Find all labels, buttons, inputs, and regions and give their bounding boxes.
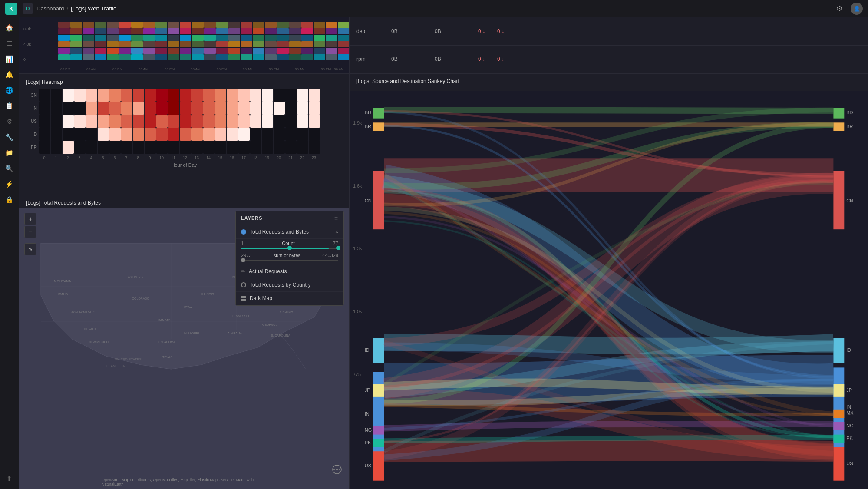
- sidebar-item-arrow[interactable]: ⬆: [3, 472, 17, 486]
- edit-layers-button[interactable]: ✎: [24, 243, 36, 255]
- heatmap-cell: [250, 128, 261, 141]
- layer-actual-requests[interactable]: ✏ Actual Requests: [236, 265, 343, 278]
- svg-rect-126: [83, 54, 94, 60]
- svg-rect-137: [216, 54, 228, 60]
- sidebar-item-tools[interactable]: 🔧: [3, 130, 17, 144]
- svg-rect-229: [833, 171, 844, 229]
- sidebar-item-search[interactable]: 🔍: [3, 162, 17, 175]
- map-compass[interactable]: [332, 464, 342, 476]
- heatmap-cell: [98, 128, 109, 141]
- sankey-visualization: 1.9k 1.6k 1.3k 1.0k 775 BD BR CN: [350, 91, 868, 489]
- svg-rect-93: [265, 41, 277, 47]
- svg-rect-34: [131, 28, 143, 34]
- svg-text:08 PM: 08 PM: [112, 67, 122, 71]
- svg-rect-113: [216, 48, 228, 54]
- count-bar-thumb-right[interactable]: [336, 246, 340, 250]
- heatmap-cell: [309, 89, 320, 102]
- svg-text:1.0k: 1.0k: [353, 309, 362, 314]
- sidebar-item-lock[interactable]: 🔒: [3, 193, 17, 207]
- svg-rect-64: [204, 35, 216, 41]
- sidebar-item-list[interactable]: 📋: [3, 99, 17, 113]
- svg-rect-24: [301, 22, 313, 28]
- svg-rect-127: [95, 54, 106, 60]
- heatmap-cell: [39, 89, 50, 102]
- heatmap-cell: [297, 89, 308, 102]
- app-logo[interactable]: K: [5, 3, 17, 15]
- svg-rect-121: [314, 48, 325, 54]
- svg-rect-88: [204, 41, 216, 47]
- sidebar-item-folder[interactable]: 📁: [3, 146, 17, 160]
- layer-dark-map[interactable]: Dark Map: [236, 292, 343, 305]
- svg-text:TEXAS: TEXAS: [162, 356, 172, 359]
- stats-table: deb 0B 0B 0 ↓ 0 ↓ rpm 0B 0B 0 ↓ 0 ↓: [349, 17, 868, 74]
- svg-rect-37: [168, 28, 179, 34]
- sidebar-item-chart[interactable]: 📊: [3, 52, 17, 66]
- zoom-out-button[interactable]: −: [24, 226, 36, 238]
- breadcrumb-home[interactable]: Dashboard: [36, 5, 64, 12]
- heatmap-cell: [39, 102, 50, 115]
- heatmap-axis-tick: 16: [226, 155, 238, 160]
- bytes-bar-track[interactable]: [241, 260, 338, 261]
- svg-rect-66: [228, 35, 240, 41]
- zoom-in-button[interactable]: +: [24, 213, 36, 225]
- heatmap-row: US: [26, 115, 342, 128]
- svg-rect-6: [83, 22, 94, 28]
- svg-rect-104: [107, 48, 119, 54]
- svg-text:WYOMING: WYOMING: [128, 275, 143, 278]
- svg-rect-18: [228, 22, 240, 28]
- sidebar-item-home[interactable]: 🏠: [3, 21, 17, 35]
- heatmap-title: [Logs] Heatmap: [26, 79, 342, 85]
- svg-rect-23: [289, 22, 301, 28]
- svg-text:NG: NG: [365, 427, 372, 433]
- dashboard-icon-box[interactable]: D: [23, 3, 33, 14]
- svg-rect-130: [131, 54, 143, 60]
- sidebar: 🏠 ☰ 📊 🔔 🌐 📋 ⚙ 🔧 📁 🔍 ⚡ 🔒 ⬆: [0, 17, 19, 489]
- count-bar-track[interactable]: [241, 248, 338, 249]
- svg-text:08 PM: 08 PM: [269, 67, 279, 71]
- heatmap-cell: [51, 141, 62, 154]
- heatmap-axis-tick: 2: [62, 155, 73, 160]
- count-bar-thumb[interactable]: [287, 246, 292, 250]
- svg-rect-85: [168, 41, 179, 47]
- map-title: [Logs] Total Requests and Bytes: [19, 195, 108, 208]
- svg-rect-91: [241, 41, 252, 47]
- svg-text:CN: CN: [365, 198, 372, 203]
- map-section: [Logs] Total Requests and Bytes: [19, 195, 349, 489]
- sidebar-item-menu[interactable]: ☰: [3, 36, 17, 50]
- svg-rect-72: [301, 35, 313, 41]
- stats-row-deb: deb 0B 0B 0 ↓ 0 ↓: [350, 17, 868, 46]
- heatmap-cell: [86, 128, 97, 141]
- bytes-bar-thumb[interactable]: [241, 258, 245, 262]
- layer-total-by-country[interactable]: Total Requests by Country: [236, 278, 343, 292]
- sidebar-item-gear[interactable]: ⚙: [3, 115, 17, 129]
- svg-text:TENNESSEE: TENNESSEE: [232, 314, 251, 317]
- sidebar-item-alerts[interactable]: 🔔: [3, 68, 17, 82]
- layer-close-btn[interactable]: ×: [335, 229, 338, 235]
- svg-rect-147: [338, 54, 349, 60]
- heatmap-row-label: CN: [26, 93, 37, 98]
- svg-rect-58: [131, 35, 143, 41]
- svg-rect-19: [241, 22, 252, 28]
- sidebar-item-lightning[interactable]: ⚡: [3, 177, 17, 191]
- svg-rect-237: [833, 410, 844, 418]
- svg-text:SALT LAKE CITY: SALT LAKE CITY: [71, 310, 95, 313]
- svg-rect-36: [155, 28, 167, 34]
- svg-rect-41: [216, 28, 228, 34]
- settings-icon[interactable]: ⚙: [833, 3, 845, 15]
- heatmap-cell: [156, 89, 168, 102]
- heatmap-cell: [180, 115, 191, 128]
- layer-country-label: Total Requests by Country: [250, 282, 311, 288]
- svg-text:ALABAMA: ALABAMA: [228, 332, 242, 335]
- sidebar-item-globe[interactable]: 🌐: [3, 83, 17, 97]
- main-content: 8.0k 4.0k 0 08 PM 08 AM 08 PM 08 AM 08 P…: [19, 17, 868, 489]
- svg-text:GEORGIA: GEORGIA: [262, 323, 277, 326]
- stats-change1-deb: 0 ↓: [478, 28, 485, 34]
- svg-rect-114: [228, 48, 240, 54]
- user-avatar[interactable]: 👤: [851, 3, 863, 15]
- svg-text:PK: PK: [846, 436, 853, 441]
- svg-rect-60: [155, 35, 167, 41]
- layer-total-requests[interactable]: Total Requests and Bytes ×: [236, 225, 343, 239]
- layers-menu-icon[interactable]: ≡: [334, 215, 338, 221]
- svg-rect-27: [338, 22, 349, 28]
- svg-rect-112: [204, 48, 216, 54]
